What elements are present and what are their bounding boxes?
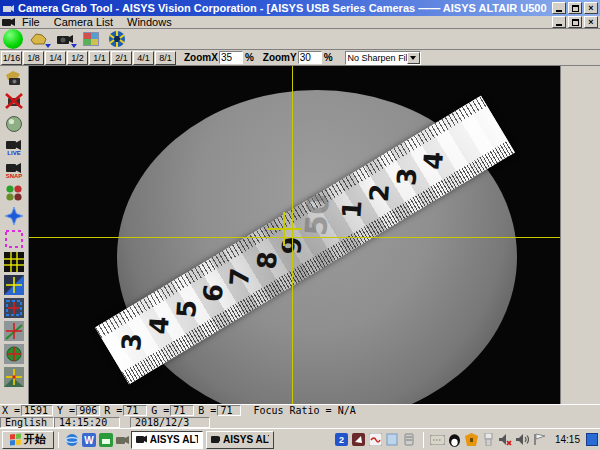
security-tray-icon[interactable]	[464, 432, 479, 447]
svg-text:2: 2	[339, 435, 344, 445]
color-image-icon	[82, 31, 100, 47]
star-marker-button[interactable]	[1, 205, 27, 227]
image-settings-button[interactable]	[78, 29, 104, 49]
close-icon: ×	[588, 4, 593, 13]
menu-camera-list[interactable]: Camera List	[54, 16, 113, 28]
color-circles-icon	[5, 184, 23, 202]
x-label: X =	[2, 405, 20, 416]
mdi-window-controls: ×	[552, 16, 598, 28]
quicklaunch-camera-icon[interactable]	[114, 432, 131, 448]
open-hand-button[interactable]	[26, 29, 52, 49]
crosshair-horizontal-line	[29, 237, 560, 238]
start-grab-button[interactable]	[0, 29, 26, 49]
zoom-preset-1-1[interactable]: 1/1	[89, 51, 110, 65]
mdi-minimize-icon	[556, 24, 562, 26]
restore-button[interactable]	[568, 2, 582, 14]
speaker-icon[interactable]	[515, 432, 530, 447]
flag-tray-icon[interactable]	[532, 432, 547, 447]
circle-target-button[interactable]	[1, 343, 27, 365]
zoom-preset-1-8[interactable]: 1/8	[23, 51, 44, 65]
star-icon	[4, 206, 24, 226]
svg-text:W: W	[84, 435, 94, 446]
roi-selection-button[interactable]	[1, 228, 27, 250]
camera-disconnect-icon	[4, 92, 24, 110]
zoom-preset-8-1[interactable]: 8/1	[155, 51, 176, 65]
download-tray-icon[interactable]	[351, 432, 366, 447]
camera-select-button[interactable]	[52, 29, 78, 49]
media-tray-icon[interactable]	[368, 432, 383, 447]
tray-clock[interactable]: 14:15	[555, 434, 580, 445]
zoomx-label: ZoomX	[184, 52, 218, 63]
start-button[interactable]: 开始	[2, 431, 54, 449]
quicklaunch-green-app-icon[interactable]	[97, 432, 114, 448]
connect-camera-button[interactable]	[1, 67, 27, 89]
minimize-button[interactable]	[552, 2, 566, 14]
zoomx-input[interactable]	[219, 51, 243, 64]
zoom-preset-1-16[interactable]: 1/16	[1, 51, 22, 65]
quicklaunch-ie-icon[interactable]	[63, 432, 80, 448]
center-box-button[interactable]	[1, 297, 27, 319]
close-button[interactable]: ×	[584, 2, 598, 14]
task-button-aisys-1[interactable]: AISYS ALT...	[131, 431, 203, 449]
task-label: AISYS ALT...	[150, 434, 198, 445]
quicklaunch-word-icon[interactable]: W	[80, 432, 97, 448]
r-label: R =	[104, 405, 122, 416]
sharpen-filter-dropdown-button[interactable]	[407, 52, 420, 64]
camera-grab-icon	[4, 69, 24, 87]
menu-windows[interactable]: Windows	[127, 16, 172, 28]
ready-state-button[interactable]	[1, 113, 27, 135]
chevron-down-icon	[410, 56, 416, 60]
document-tray-icon[interactable]	[385, 432, 400, 447]
muted-speaker-icon[interactable]	[498, 432, 513, 447]
menu-file[interactable]: File	[22, 16, 40, 28]
task-button-aisys-2[interactable]: AISYS ALTA...	[206, 431, 274, 449]
live-view-button[interactable]: LIVE	[1, 136, 27, 158]
date-panel: 2018/12/3	[130, 417, 210, 428]
server-tray-icon[interactable]	[402, 432, 417, 447]
snap-button[interactable]: SNAP	[1, 159, 27, 181]
b-label: B =	[198, 405, 216, 416]
camera-image-viewport[interactable]: 3 4 5 6 7 8 9 50 1 2 3 4	[29, 66, 560, 404]
mdi-close-button[interactable]: ×	[584, 16, 598, 28]
windows-logo-icon	[10, 433, 21, 445]
usb-tray-icon[interactable]	[481, 432, 496, 447]
keyboard-tray-icon[interactable]	[430, 432, 445, 447]
zoom-preset-4-1[interactable]: 4/1	[133, 51, 154, 65]
grid-overlay-button[interactable]	[1, 251, 27, 273]
r-value: 71	[123, 405, 147, 416]
minimize-icon	[556, 10, 562, 12]
zoom-preset-1-2[interactable]: 1/2	[67, 51, 88, 65]
restore-icon	[572, 5, 579, 12]
mdi-minimize-button[interactable]	[552, 16, 566, 28]
crosshair-line-button[interactable]	[1, 320, 27, 342]
language-indicator-icon[interactable]	[586, 433, 598, 446]
y-value: 906	[76, 405, 100, 416]
diagonal-measure-button[interactable]	[1, 274, 27, 296]
mdi-restore-icon	[572, 19, 579, 26]
zoom-preset-2-1[interactable]: 2/1	[111, 51, 132, 65]
menu-bar: File Camera List Windows ×	[0, 16, 600, 29]
dropdown-arrow-icon	[45, 44, 51, 48]
crosshair-vertical-line	[292, 66, 293, 404]
zoom-preset-1-4[interactable]: 1/4	[45, 51, 66, 65]
white-balance-button[interactable]	[1, 182, 27, 204]
sharpen-filter-value: No Sharpen Filte	[346, 53, 407, 63]
snap-label: SNAP	[6, 173, 23, 179]
sharpen-filter-select[interactable]: No Sharpen Filte	[345, 51, 421, 65]
zoomy-input[interactable]	[298, 51, 322, 64]
zoom-toolbar: 1/16 1/8 1/4 1/2 1/1 2/1 4/1 8/1 ZoomX %…	[0, 50, 600, 66]
disconnect-camera-button[interactable]	[1, 90, 27, 112]
ruler-digit-faint: 50	[301, 213, 332, 237]
dropdown-arrow-icon	[71, 44, 77, 48]
aperture-button[interactable]	[104, 29, 130, 49]
mdi-restore-button[interactable]	[568, 16, 582, 28]
flash-tray-icon[interactable]: 2	[334, 432, 349, 447]
app-camera-icon	[2, 3, 15, 14]
center-cross-button[interactable]	[1, 366, 27, 388]
title-bar: Camera Grab Tool - AISYS Vision Corporat…	[0, 0, 600, 16]
camera-task-icon	[136, 435, 147, 444]
green-status-orb-icon	[3, 29, 23, 49]
window-controls: ×	[552, 2, 598, 14]
grid-icon	[4, 252, 24, 272]
qq-tray-icon[interactable]	[447, 432, 462, 447]
